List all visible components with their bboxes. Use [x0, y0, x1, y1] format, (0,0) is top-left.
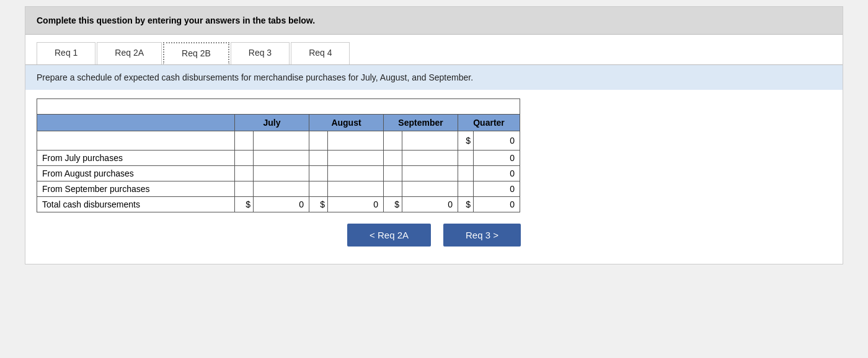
row4-quarter-value: 0 [474, 197, 520, 212]
col-header-august: August [309, 115, 384, 131]
row1-august-input[interactable] [328, 151, 383, 165]
row1-quarter-value: 0 [474, 151, 520, 166]
tabs-area: Req 1 Req 2A Req 2B Req 3 Req 4 [25, 35, 843, 64]
row3-september-input[interactable] [402, 181, 458, 196]
row2-july-dollar [235, 166, 254, 181]
instruction-bar: Complete this question by entering your … [25, 7, 843, 35]
row0-july-dollar [235, 131, 254, 151]
table-row-total: Total cash disbursements $ 0 $ 0 $ 0 $ 0 [37, 197, 520, 212]
col-header-july: July [235, 115, 309, 131]
row0-september-input-cell[interactable] [402, 131, 458, 151]
row4-august-dollar: $ [309, 197, 328, 212]
row2-july-input[interactable] [254, 166, 309, 181]
tab-description: Prepare a schedule of expected cash disb… [25, 64, 843, 90]
row4-july-dollar: $ [235, 197, 254, 212]
row0-july-input-cell[interactable] [254, 131, 309, 151]
row0-august-input[interactable] [328, 133, 383, 148]
col-header-label [37, 115, 235, 131]
row3-july-input-cell[interactable] [254, 181, 309, 197]
table-row: From September purchases 0 [37, 181, 520, 197]
row2-september-dollar [384, 166, 402, 181]
row3-label: From September purchases [37, 181, 235, 197]
row1-july-input-cell[interactable] [254, 151, 309, 166]
row3-july-input[interactable] [254, 181, 309, 196]
row3-august-input[interactable] [328, 181, 383, 196]
instruction-text: Complete this question by entering your … [37, 15, 315, 25]
row0-august-dollar [309, 131, 328, 151]
table-title: Schedule of Cash Disbursements for Purch… [37, 99, 520, 115]
row1-august-input-cell[interactable] [328, 151, 384, 166]
row1-july-input[interactable] [254, 151, 309, 165]
row3-august-dollar [309, 181, 328, 197]
next-button[interactable]: Req 3 > [443, 224, 521, 247]
schedule-table: Schedule of Cash Disbursements for Purch… [37, 98, 520, 212]
row1-september-input[interactable] [402, 151, 458, 165]
row0-quarter-dollar: $ [458, 131, 474, 151]
row2-july-input-cell[interactable] [254, 166, 309, 181]
row4-august-value: 0 [328, 197, 384, 212]
prev-button[interactable]: < Req 2A [347, 224, 431, 247]
row0-september-input[interactable] [402, 133, 458, 148]
row3-september-input-cell[interactable] [402, 181, 458, 197]
row1-september-dollar [384, 151, 402, 166]
row4-quarter-dollar: $ [458, 197, 474, 212]
row2-quarter-dollar [458, 166, 474, 181]
col-header-september: September [384, 115, 458, 131]
row2-september-input-cell[interactable] [402, 166, 458, 181]
row4-september-dollar: $ [384, 197, 402, 212]
row0-quarter-value: 0 [474, 131, 520, 151]
row3-august-input-cell[interactable] [328, 181, 384, 197]
row4-label: Total cash disbursements [37, 197, 235, 212]
tab-req2b[interactable]: Req 2B [163, 42, 229, 64]
row2-quarter-value: 0 [474, 166, 520, 181]
row0-september-dollar [384, 131, 402, 151]
row4-july-value: 0 [254, 197, 309, 212]
tab-req2a[interactable]: Req 2A [97, 42, 162, 64]
row1-july-dollar [235, 151, 254, 166]
row0-label [37, 131, 235, 151]
row2-august-input-cell[interactable] [328, 166, 384, 181]
row2-august-input[interactable] [328, 166, 383, 181]
row1-september-input-cell[interactable] [402, 151, 458, 166]
row0-august-input-cell[interactable] [328, 131, 384, 151]
row3-quarter-dollar [458, 181, 474, 197]
row2-label: From August purchases [37, 166, 235, 181]
main-container: Complete this question by entering your … [25, 6, 843, 264]
row3-september-dollar [384, 181, 402, 197]
tab-req3[interactable]: Req 3 [231, 42, 290, 64]
schedule-container: Schedule of Cash Disbursements for Purch… [25, 98, 843, 264]
table-row: From August purchases 0 [37, 166, 520, 181]
row0-label-input[interactable] [42, 134, 221, 147]
row1-august-dollar [309, 151, 328, 166]
table-row: $ 0 [37, 131, 520, 151]
row2-august-dollar [309, 166, 328, 181]
nav-buttons: < Req 2A Req 3 > [37, 224, 831, 253]
row3-july-dollar [235, 181, 254, 197]
row2-september-input[interactable] [402, 166, 458, 181]
row4-september-value: 0 [402, 197, 458, 212]
table-row: From July purchases 0 [37, 151, 520, 166]
row3-quarter-value: 0 [474, 181, 520, 197]
tab-req4[interactable]: Req 4 [291, 42, 350, 64]
row0-july-input[interactable] [254, 133, 309, 148]
tab-req1[interactable]: Req 1 [37, 42, 95, 64]
row1-quarter-dollar [458, 151, 474, 166]
col-header-quarter: Quarter [458, 115, 520, 131]
row1-label: From July purchases [37, 151, 235, 166]
